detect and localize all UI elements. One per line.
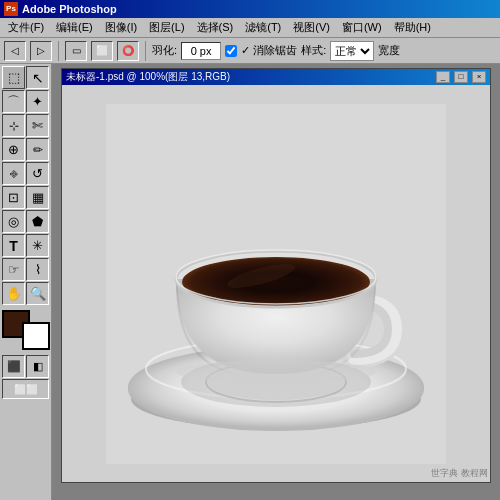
lasso-icon: ⌒ bbox=[7, 95, 20, 108]
options-bar: ◁ ▷ ▭ ⬜ ⭕ 羽化: ✓ 消除锯齿 样式: 正常 宽度 bbox=[0, 38, 500, 64]
canvas-area[interactable]: 未标器-1.psd @ 100%(图层 13,RGB) _ □ × bbox=[52, 64, 500, 500]
magic-wand-tool[interactable]: ✦ bbox=[26, 90, 49, 113]
tool-row-2: ⌒ ✦ bbox=[2, 90, 49, 113]
stamp-tool[interactable]: ⎆ bbox=[2, 162, 25, 185]
dodge-icon: ◎ bbox=[8, 215, 19, 228]
shape-tool[interactable]: ✳ bbox=[26, 234, 49, 257]
menu-bar: 文件(F) 编辑(E) 图像(I) 图层(L) 选择(S) 滤镜(T) 视图(V… bbox=[0, 18, 500, 38]
nav-back-button[interactable]: ◁ bbox=[4, 41, 26, 61]
eraser-tool[interactable]: ⊡ bbox=[2, 186, 25, 209]
menu-image[interactable]: 图像(I) bbox=[99, 18, 143, 37]
tool-row-8: T ✳ bbox=[2, 234, 49, 257]
width-label: 宽度 bbox=[378, 43, 400, 58]
path-tool[interactable]: ⬟ bbox=[26, 210, 49, 233]
screenmask-icon: ◧ bbox=[33, 360, 43, 373]
zoom-icon: 🔍 bbox=[30, 287, 46, 300]
notes-icon: ☞ bbox=[8, 263, 20, 276]
move-icon: ↖ bbox=[32, 71, 44, 85]
tool-row-extra2: ⬜⬜ bbox=[2, 379, 49, 399]
marquee-icon: ⬚ bbox=[8, 71, 20, 84]
app-icon: Ps bbox=[4, 2, 18, 16]
toolbox: ⬚ ↖ ⌒ ✦ ⊹ ✄ ⊕ bbox=[0, 64, 52, 500]
background-color[interactable] bbox=[22, 322, 50, 350]
tool-row-7: ◎ ⬟ bbox=[2, 210, 49, 233]
dodge-tool[interactable]: ◎ bbox=[2, 210, 25, 233]
lasso-tool[interactable]: ⌒ bbox=[2, 90, 25, 113]
tool-row-extra1: ⬛ ◧ bbox=[2, 355, 49, 378]
doc-close-button[interactable]: × bbox=[472, 71, 486, 83]
document-canvas: 世字典 教程网 bbox=[62, 85, 490, 482]
history-brush-icon: ↺ bbox=[32, 167, 43, 180]
antialias-label: ✓ 消除锯齿 bbox=[241, 43, 297, 58]
document-title-bar: 未标器-1.psd @ 100%(图层 13,RGB) _ □ × bbox=[62, 69, 490, 85]
tool-row-9: ☞ ⌇ bbox=[2, 258, 49, 281]
eyedropper-tool[interactable]: ⌇ bbox=[26, 258, 49, 281]
main-area: ⬚ ↖ ⌒ ✦ ⊹ ✄ ⊕ bbox=[0, 64, 500, 500]
slice-icon: ✄ bbox=[32, 119, 43, 132]
gradient-icon: ▦ bbox=[32, 191, 44, 204]
separator-1 bbox=[58, 41, 59, 61]
menu-view[interactable]: 视图(V) bbox=[287, 18, 336, 37]
tool-row-3: ⊹ ✄ bbox=[2, 114, 49, 137]
shape-rect2-button[interactable]: ⬜ bbox=[91, 41, 113, 61]
tool-row-6: ⊡ ▦ bbox=[2, 186, 49, 209]
zoom-tool[interactable]: 🔍 bbox=[26, 282, 49, 305]
gradient-tool[interactable]: ▦ bbox=[26, 186, 49, 209]
feather-input[interactable] bbox=[181, 42, 221, 60]
screen-mode-tool[interactable]: ⬜⬜ bbox=[2, 379, 49, 399]
antialias-checkbox[interactable] bbox=[225, 45, 237, 57]
type-icon: T bbox=[9, 239, 18, 253]
menu-file[interactable]: 文件(F) bbox=[2, 18, 50, 37]
type-tool[interactable]: T bbox=[2, 234, 25, 257]
menu-select[interactable]: 选择(S) bbox=[191, 18, 240, 37]
healing-icon: ⊕ bbox=[8, 143, 19, 156]
brush-icon: ✏ bbox=[33, 144, 43, 156]
healing-tool[interactable]: ⊕ bbox=[2, 138, 25, 161]
shape-ellipse-button[interactable]: ⭕ bbox=[117, 41, 139, 61]
screenmask-tool[interactable]: ◧ bbox=[26, 355, 49, 378]
slice-tool[interactable]: ✄ bbox=[26, 114, 49, 137]
screen-mode-icon: ⬜⬜ bbox=[14, 384, 38, 395]
menu-layer[interactable]: 图层(L) bbox=[143, 18, 190, 37]
path-icon: ⬟ bbox=[32, 215, 43, 228]
hand-tool[interactable]: ✋ bbox=[2, 282, 25, 305]
watermark: 世字典 教程网 bbox=[431, 467, 488, 480]
feather-label: 羽化: bbox=[152, 43, 177, 58]
tool-row-1: ⬚ ↖ bbox=[2, 66, 49, 89]
shape-icon: ✳ bbox=[32, 239, 43, 252]
crop-tool[interactable]: ⊹ bbox=[2, 114, 25, 137]
eraser-icon: ⊡ bbox=[8, 191, 19, 204]
notes-tool[interactable]: ☞ bbox=[2, 258, 25, 281]
menu-edit[interactable]: 编辑(E) bbox=[50, 18, 99, 37]
tool-row-4: ⊕ ✏ bbox=[2, 138, 49, 161]
menu-help[interactable]: 帮助(H) bbox=[388, 18, 437, 37]
doc-minimize-button[interactable]: _ bbox=[436, 71, 450, 83]
tool-row-10: ✋ 🔍 bbox=[2, 282, 49, 305]
eyedropper-icon: ⌇ bbox=[35, 263, 41, 276]
tool-row-5: ⎆ ↺ bbox=[2, 162, 49, 185]
history-brush-tool[interactable]: ↺ bbox=[26, 162, 49, 185]
svg-point-13 bbox=[176, 360, 376, 384]
move-tool[interactable]: ↖ bbox=[26, 66, 49, 89]
menu-window[interactable]: 窗口(W) bbox=[336, 18, 388, 37]
brush-tool[interactable]: ✏ bbox=[26, 138, 49, 161]
magic-wand-icon: ✦ bbox=[32, 95, 43, 108]
color-swatches bbox=[2, 310, 50, 350]
hand-icon: ✋ bbox=[6, 287, 22, 300]
menu-filter[interactable]: 滤镜(T) bbox=[239, 18, 287, 37]
style-select[interactable]: 正常 bbox=[330, 41, 374, 61]
title-bar: Ps Adobe Photoshop bbox=[0, 0, 500, 18]
doc-maximize-button[interactable]: □ bbox=[454, 71, 468, 83]
stamp-icon: ⎆ bbox=[10, 167, 18, 180]
document-window: 未标器-1.psd @ 100%(图层 13,RGB) _ □ × bbox=[61, 68, 491, 483]
marquee-tool[interactable]: ⬚ bbox=[2, 66, 25, 89]
coffee-cup-image bbox=[106, 104, 446, 464]
separator-2 bbox=[145, 41, 146, 61]
nav-forward-button[interactable]: ▷ bbox=[30, 41, 52, 61]
quickmask-icon: ⬛ bbox=[7, 360, 21, 373]
quickmask-tool[interactable]: ⬛ bbox=[2, 355, 25, 378]
style-label: 样式: bbox=[301, 43, 326, 58]
shape-rect-button[interactable]: ▭ bbox=[65, 41, 87, 61]
document-title: 未标器-1.psd @ 100%(图层 13,RGB) bbox=[66, 70, 434, 84]
app-title: Adobe Photoshop bbox=[22, 3, 117, 15]
